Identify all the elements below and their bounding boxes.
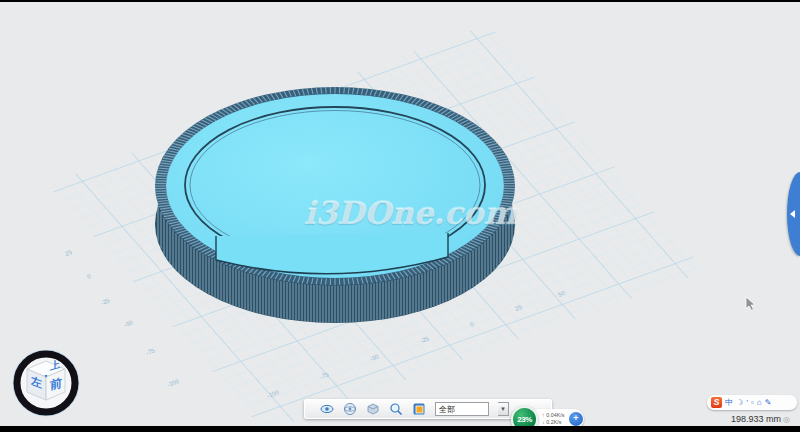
mode-chinese-icon[interactable]: 中 — [725, 395, 733, 410]
skin-icon[interactable]: ⌂ — [757, 395, 762, 410]
scene-canvas: 250-25-50-75-100-100-75-50-2502550 — [0, 2, 800, 426]
solid-box-icon[interactable] — [366, 402, 380, 416]
grid-axis-label: -50 — [123, 319, 134, 328]
grid-axis-label: -25 — [100, 297, 111, 306]
grid-axis-label: 25 — [64, 249, 73, 257]
view-cube[interactable]: 上 左 前 — [12, 349, 80, 417]
memory-usage-ball[interactable]: 23% — [511, 406, 538, 426]
download-arrow-icon: ↓ — [542, 419, 545, 424]
status-circle-icon[interactable]: ◎ — [783, 415, 790, 424]
upload-arrow-icon: ↑ — [542, 412, 545, 417]
toolbox-icon[interactable]: ✎ — [765, 395, 772, 410]
moon-icon[interactable]: ☽ — [736, 395, 743, 410]
display-filter-dropdown[interactable]: 全部 — [435, 402, 489, 416]
mouse-cursor — [746, 297, 755, 311]
sogou-logo-icon[interactable]: S — [711, 397, 722, 408]
grid-axis-label: -100 — [166, 378, 180, 388]
view-sphere-icon[interactable] — [343, 402, 357, 416]
grid-axis-label: 0 — [86, 273, 92, 280]
chevron-left-icon — [790, 210, 795, 218]
upload-speed: ↑ 0.04K/s — [542, 412, 565, 418]
ime-toolbar[interactable]: S 中☽’▫⌂✎ — [707, 395, 797, 410]
gear-disc-model[interactable] — [155, 87, 515, 323]
punctuation-icon[interactable]: ’ — [746, 395, 748, 410]
boost-icon[interactable]: + — [569, 412, 583, 426]
download-speed: ↓ 0.2K/s — [542, 419, 565, 425]
3d-viewport[interactable]: 250-25-50-75-100-100-75-50-2502550 i3DOn… — [0, 2, 800, 426]
status-measurement: 198.933 mm◎ — [690, 414, 790, 424]
grid-axis-label: -75 — [145, 347, 156, 356]
fullwidth-icon[interactable]: ▫ — [751, 395, 754, 410]
measurement-value: 198.933 mm — [731, 414, 781, 424]
zoom-search-icon[interactable] — [389, 402, 403, 416]
visibility-eye-icon[interactable] — [320, 402, 334, 416]
material-swatch-icon[interactable] — [412, 402, 426, 416]
chevron-down-icon[interactable]: ▼ — [498, 402, 509, 416]
window-bottom-edge — [0, 426, 800, 432]
